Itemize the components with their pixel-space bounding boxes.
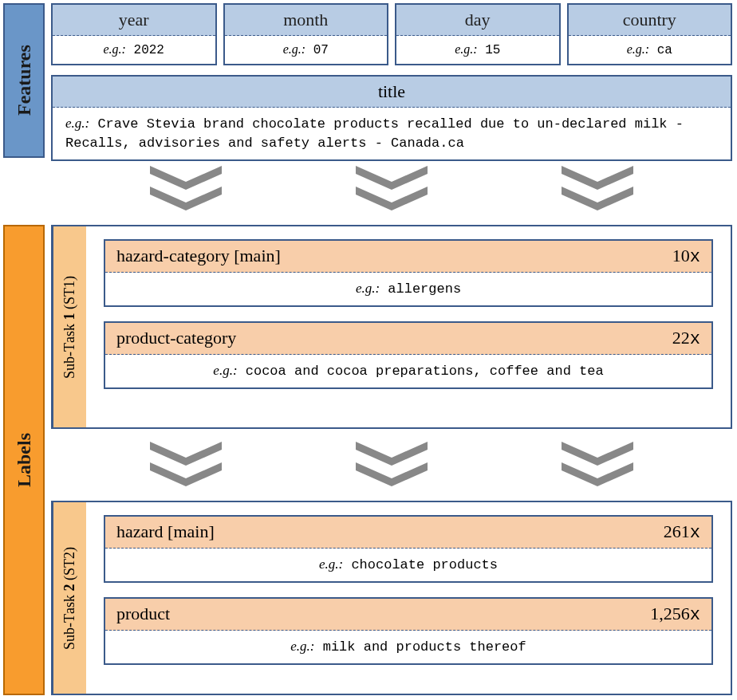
x-suffix: x bbox=[690, 605, 700, 625]
feature-body: e.g.: 2022 bbox=[53, 36, 215, 64]
label-hazard-category: hazard-category [main] 10x e.g.: allerge… bbox=[104, 239, 713, 307]
label-body: e.g.: allergens bbox=[105, 273, 711, 305]
feature-day: day e.g.: 15 bbox=[395, 3, 561, 65]
chevron-down-icon bbox=[562, 442, 633, 486]
features-area: year e.g.: 2022 month e.g.: 07 day e.g.:… bbox=[51, 3, 732, 161]
label-head: product-category 22x bbox=[105, 323, 711, 355]
feature-body: e.g.: 15 bbox=[396, 36, 559, 64]
label-name: hazard [main] bbox=[116, 521, 215, 542]
label-head: product 1,256x bbox=[105, 599, 711, 631]
label-body: e.g.: milk and products thereof bbox=[105, 631, 711, 663]
label-body: e.g.: chocolate products bbox=[105, 549, 711, 581]
label-name: product-category bbox=[116, 328, 236, 348]
eg-prefix: e.g.: bbox=[290, 639, 314, 654]
label-count: 1,256x bbox=[650, 604, 700, 625]
labels-section-label: Labels bbox=[3, 225, 45, 695]
feature-country: country e.g.: ca bbox=[567, 3, 733, 65]
eg-prefix: e.g.: bbox=[319, 556, 343, 572]
chevron-down-icon bbox=[150, 166, 222, 210]
eg-prefix: e.g.: bbox=[104, 42, 126, 56]
x-suffix: x bbox=[690, 247, 700, 267]
features-section-label: Features bbox=[3, 3, 45, 158]
eg-prefix: e.g.: bbox=[283, 42, 305, 56]
label-count: 22x bbox=[672, 328, 700, 349]
eg-prefix: e.g.: bbox=[213, 363, 237, 378]
chevron-down-icon bbox=[356, 442, 428, 486]
chevron-row-1 bbox=[51, 166, 732, 210]
count-value: 1,256 bbox=[650, 604, 690, 623]
count-value: 10 bbox=[672, 246, 690, 265]
feature-month: month e.g.: 07 bbox=[223, 3, 389, 65]
count-value: 22 bbox=[672, 328, 690, 348]
feature-example: ca bbox=[657, 43, 672, 57]
label-example: cocoa and cocoa preparations, coffee and… bbox=[246, 364, 604, 379]
feature-year: year e.g.: 2022 bbox=[51, 3, 217, 65]
label-product: product 1,256x e.g.: milk and products t… bbox=[104, 597, 713, 665]
label-count: 261x bbox=[664, 521, 700, 543]
feature-body: e.g.: ca bbox=[569, 36, 731, 64]
feature-title: title e.g.: Crave Stevia brand chocolate… bbox=[51, 75, 732, 161]
label-head: hazard-category [main] 10x bbox=[105, 241, 711, 273]
eg-prefix: e.g.: bbox=[627, 42, 649, 56]
feature-example: Crave Stevia brand chocolate products re… bbox=[65, 116, 684, 151]
label-product-category: product-category 22x e.g.: cocoa and coc… bbox=[104, 321, 713, 389]
x-suffix: x bbox=[690, 329, 700, 349]
subtask-1-label: Sub-Task 1 (ST1) bbox=[53, 226, 86, 427]
feature-head: day bbox=[396, 5, 559, 36]
label-name: hazard-category [main] bbox=[116, 246, 281, 266]
subtask-2-content: hazard [main] 261x e.g.: chocolate produ… bbox=[86, 502, 731, 694]
feature-example: 07 bbox=[313, 43, 329, 57]
eg-prefix: e.g.: bbox=[65, 116, 89, 131]
label-example: allergens bbox=[388, 281, 461, 297]
feature-example: 2022 bbox=[134, 43, 164, 57]
chevron-down-icon bbox=[150, 442, 222, 486]
feature-body: e.g.: Crave Stevia brand chocolate produ… bbox=[53, 108, 731, 159]
chevron-row-2 bbox=[51, 442, 732, 486]
label-hazard: hazard [main] 261x e.g.: chocolate produ… bbox=[104, 515, 713, 583]
label-body: e.g.: cocoa and cocoa preparations, coff… bbox=[105, 355, 711, 387]
count-value: 261 bbox=[664, 521, 690, 541]
subtask-2-box: Sub-Task 2 (ST2) hazard [main] 261x e.g.… bbox=[51, 501, 732, 695]
feature-head: month bbox=[225, 5, 388, 36]
feature-head: country bbox=[569, 5, 731, 36]
feature-body: e.g.: 07 bbox=[225, 36, 388, 64]
feature-row-top: year e.g.: 2022 month e.g.: 07 day e.g.:… bbox=[51, 3, 732, 65]
label-head: hazard [main] 261x bbox=[105, 517, 711, 549]
x-suffix: x bbox=[690, 523, 700, 543]
chevron-down-icon bbox=[562, 166, 633, 210]
diagram-container: Features Labels year e.g.: 2022 month e.… bbox=[0, 0, 737, 700]
feature-head: year bbox=[53, 5, 215, 36]
feature-example: 15 bbox=[485, 43, 500, 57]
label-name: product bbox=[116, 604, 170, 624]
subtask-2-label: Sub-Task 2 (ST2) bbox=[53, 502, 86, 694]
subtask-1-content: hazard-category [main] 10x e.g.: allerge… bbox=[86, 226, 731, 427]
eg-prefix: e.g.: bbox=[455, 42, 477, 56]
label-example: milk and products thereof bbox=[323, 639, 526, 655]
subtask-1-box: Sub-Task 1 (ST1) hazard-category [main] … bbox=[51, 225, 732, 429]
feature-head: title bbox=[53, 77, 731, 108]
eg-prefix: e.g.: bbox=[356, 281, 380, 296]
label-count: 10x bbox=[672, 246, 700, 267]
label-example: chocolate products bbox=[351, 557, 498, 572]
chevron-down-icon bbox=[356, 166, 428, 210]
